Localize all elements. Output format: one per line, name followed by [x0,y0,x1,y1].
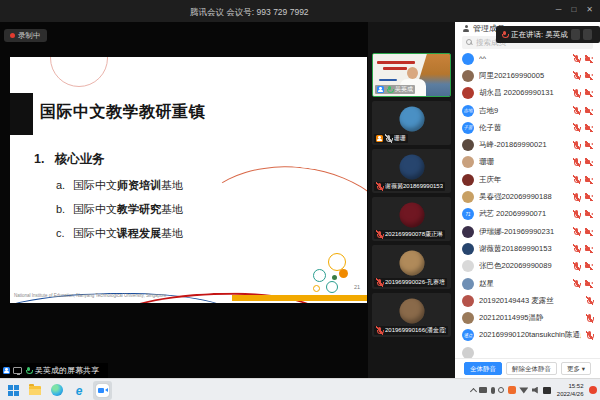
edge-browser-button[interactable] [49,381,65,399]
share-label: 吴英成的屏幕共享 [35,365,99,376]
avatar [462,174,474,186]
mic-off-icon[interactable] [573,71,580,80]
participant-row[interactable]: 王庆年 [455,171,600,188]
participant-row[interactable]: ^^ [455,50,600,67]
video-tile[interactable]: 202169990078康正琳 [372,197,451,241]
avatar [462,295,474,307]
unmute-all-button[interactable]: 解除全体静音 [506,362,557,375]
decorative-circle [313,285,320,292]
start-button[interactable] [5,381,21,399]
participant-row[interactable]: 吉地 吉地9 [455,102,600,119]
camera-off-icon[interactable] [584,141,593,149]
file-explorer-button[interactable] [27,381,43,399]
notification-badge[interactable] [589,386,597,394]
ime-tray-icon[interactable] [543,387,551,394]
camera-off-icon[interactable] [584,72,593,80]
decorative-circle [326,281,338,293]
taskbar-clock[interactable]: 15:52 2022/4/26 [557,382,584,398]
minimize-icon[interactable]: ─ [556,5,562,14]
members-icon [462,25,470,33]
mic-off-icon[interactable] [573,244,580,253]
host-badge-icon [377,86,384,93]
volume-icon[interactable] [532,387,540,394]
camera-off-icon[interactable] [584,210,593,218]
avatar [462,226,474,238]
video-tile[interactable]: 谢薇茵201869990153 [372,149,451,193]
camera-off-icon[interactable] [584,262,593,270]
camera-off-icon[interactable] [584,176,593,184]
close-icon[interactable]: ✕ [586,5,593,14]
mic-on-icon [386,85,393,94]
avatar: 子茵 [462,122,474,134]
participant-row[interactable] [455,344,600,358]
security-tray-icon[interactable] [508,386,516,394]
mic-off-icon[interactable] [573,210,580,219]
participant-name: 伦子茵 [479,123,568,133]
mic-off-icon[interactable] [573,262,580,271]
video-tile[interactable]: 201969990026-孔赛培 [372,245,451,289]
video-thumbnail-strip: 吴英成 珊珊 谢薇茵201869990153 [368,22,455,378]
mic-off-icon[interactable] [586,331,593,340]
camera-off-icon[interactable] [584,107,593,115]
mic-off-icon[interactable] [573,54,580,63]
participant-row[interactable]: 马峰-201869990021 [455,136,600,153]
participant-row[interactable]: 子茵 伦子茵 [455,119,600,136]
participant-row[interactable]: 胡永昌 202069990131 [455,85,600,102]
mic-off-icon[interactable] [573,175,580,184]
participant-row[interactable]: 珊珊 [455,154,600,171]
participant-row[interactable]: 吴春强202069990188 [455,188,600,205]
avatar [399,203,424,228]
mic-off-icon[interactable] [573,227,580,236]
camera-off-icon[interactable] [584,124,593,132]
decorative-circle [332,275,337,280]
participant-row[interactable]: 谢薇茵201869990153 [455,240,600,257]
participant-row[interactable]: 阿里202169990005 [455,67,600,84]
browser-button[interactable] [71,381,87,399]
participant-list: ^^ 阿里202169990005 胡永昌 202069990131 吉地 吉地… [455,50,600,358]
mic-off-icon[interactable] [573,123,580,132]
camera-off-icon[interactable] [584,89,593,97]
mic-off-icon[interactable] [573,141,580,150]
edge-icon [51,384,63,396]
participant-name: 202120114995温静 [479,313,581,323]
wifi-icon[interactable] [519,387,528,394]
mic-tray-icon[interactable] [491,387,495,394]
mic-off-icon[interactable] [573,193,580,202]
printer-tray-icon[interactable] [479,387,487,393]
maximize-icon[interactable]: □ [571,5,576,14]
mic-off-icon[interactable] [573,158,580,167]
camera-off-icon[interactable] [584,245,593,253]
more-button[interactable]: 更多 ▾ [561,362,591,375]
tencent-meeting-taskbar-button[interactable] [93,381,112,400]
participant-row[interactable]: 201920149443 麦露丝 [455,292,600,309]
participant-row[interactable]: 伊瑞娜-201969990231 [455,223,600,240]
participant-row[interactable]: 202120114995温静 [455,309,600,326]
mic-off-icon[interactable] [586,314,593,323]
search-icon [466,39,473,46]
tray-expand-icon[interactable] [470,387,477,394]
camera-off-icon[interactable] [584,280,593,288]
mic-off-icon[interactable] [586,296,593,305]
avatar [462,156,474,168]
decorative-circle [313,269,326,282]
participant-name: 谢薇茵201869990153 [479,244,568,254]
participant-row[interactable]: 赵星 [455,275,600,292]
camera-off-icon[interactable] [584,228,593,236]
camera-off-icon[interactable] [584,55,593,63]
video-tile-speaker[interactable]: 吴英成 [372,53,451,97]
mute-all-button[interactable]: 全体静音 [464,362,502,375]
video-tile[interactable]: 201969990166(潘金霞) [372,293,451,337]
slide-title: 国际中文教学教研重镇 [40,102,205,123]
participant-row[interactable]: 通点 202169990120tansukchin陈通点 [455,327,600,344]
mic-off-icon[interactable] [573,89,580,98]
settings-tray-icon[interactable] [498,387,504,393]
camera-off-icon[interactable] [584,193,593,201]
video-tile[interactable]: 珊珊 [372,101,451,145]
participant-row[interactable]: 张巴色202069990089 [455,258,600,275]
camera-off-icon[interactable] [584,158,593,166]
avatar [399,107,424,132]
mic-off-icon[interactable] [573,106,580,115]
participant-row[interactable]: 71 武艺 202069990071 [455,206,600,223]
mic-off-icon[interactable] [573,279,580,288]
avatar [462,312,474,324]
